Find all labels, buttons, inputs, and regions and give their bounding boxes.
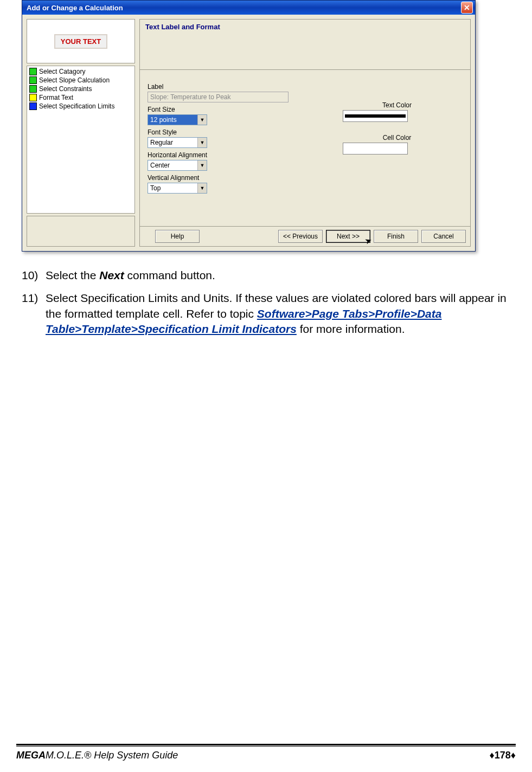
valign-lbl: Vertical Alignment — [148, 174, 299, 182]
wizard-steps[interactable]: Select Catagory Select Slope Calculation… — [27, 66, 135, 214]
cancel-button[interactable]: Cancel — [421, 230, 466, 243]
step-select-constraints[interactable]: Select Constraints — [28, 85, 133, 93]
label-lbl: Label — [148, 83, 299, 91]
status-icon — [29, 85, 37, 93]
section-title: Text Label and Format — [139, 19, 471, 69]
color-swatch-inner — [345, 114, 406, 118]
preview-box: YOUR TEXT — [27, 19, 135, 63]
step-select-category[interactable]: Select Catagory — [28, 67, 133, 76]
previous-button[interactable]: << Previous — [278, 230, 323, 243]
chevron-down-icon: ▼ — [197, 115, 207, 125]
chevron-down-icon: ▼ — [197, 183, 207, 193]
fontstyle-combo[interactable]: Regular ▼ — [148, 137, 207, 148]
status-icon — [29, 76, 37, 84]
instruction-text: 10) Select the Next command button. 11) … — [22, 268, 510, 337]
next-button[interactable]: Next >> ➤ — [326, 230, 370, 243]
form-area: Label Font Size 12 points ▼ Font Style R… — [139, 69, 471, 226]
step-number: 10) — [22, 268, 38, 283]
combo-value: Center — [150, 162, 170, 169]
chevron-down-icon: ▼ — [197, 160, 207, 170]
label-input[interactable] — [148, 92, 289, 102]
fontsize-combo[interactable]: 12 points ▼ — [148, 114, 207, 125]
status-icon — [29, 94, 37, 101]
dialog-window: Add or Change a Calculation ✕ YOUR TEXT … — [22, 0, 476, 252]
step-label: Select Slope Calculation — [39, 76, 110, 84]
combo-value: Top — [150, 184, 161, 192]
wizard-buttons: Help << Previous Next >> ➤ Finish Cancel — [139, 226, 471, 247]
textcolor-lbl: Text Color — [343, 101, 451, 109]
step-11: 11) Select Specification Limits and Unit… — [22, 291, 510, 337]
textcolor-picker[interactable] — [343, 110, 408, 122]
color-swatch-inner — [345, 147, 406, 150]
page-footer: MEGAM.O.L.E.® Help System Guide ♦178♦ — [16, 744, 516, 761]
cellcolor-lbl: Cell Color — [343, 134, 451, 141]
page-number: ♦178♦ — [490, 750, 516, 761]
fontsize-lbl: Font Size — [148, 106, 299, 113]
cellcolor-picker[interactable] — [343, 143, 408, 155]
preview-text: YOUR TEXT — [54, 34, 107, 49]
window-title: Add or Change a Calculation — [27, 4, 123, 12]
fontstyle-lbl: Font Style — [148, 128, 299, 136]
step-label: Select Specification Limits — [39, 102, 114, 110]
step-label: Select Catagory — [39, 68, 85, 75]
step-number: 11) — [22, 291, 38, 306]
cursor-icon: ➤ — [363, 235, 373, 246]
info-box — [27, 216, 135, 247]
combo-value: Regular — [150, 139, 173, 146]
combo-value: 12 points — [150, 116, 177, 124]
step-select-slope[interactable]: Select Slope Calculation — [28, 76, 133, 85]
step-spec-limits[interactable]: Select Specification Limits — [28, 102, 133, 111]
help-button[interactable]: Help — [155, 230, 200, 243]
halign-lbl: Horizontal Alignment — [148, 151, 299, 159]
step-10: 10) Select the Next command button. — [22, 268, 510, 283]
valign-combo[interactable]: Top ▼ — [148, 183, 207, 194]
status-icon — [29, 102, 37, 110]
step-format-text[interactable]: Format Text — [28, 93, 133, 102]
close-icon[interactable]: ✕ — [461, 2, 473, 14]
step-label: Select Constraints — [39, 85, 92, 93]
finish-button[interactable]: Finish — [374, 230, 418, 243]
halign-combo[interactable]: Center ▼ — [148, 160, 207, 171]
status-icon — [29, 68, 37, 75]
chevron-down-icon: ▼ — [197, 138, 207, 147]
step-label: Format Text — [39, 94, 73, 101]
titlebar: Add or Change a Calculation ✕ — [22, 1, 475, 15]
footer-title: MEGAM.O.L.E.® Help System Guide — [16, 750, 178, 761]
